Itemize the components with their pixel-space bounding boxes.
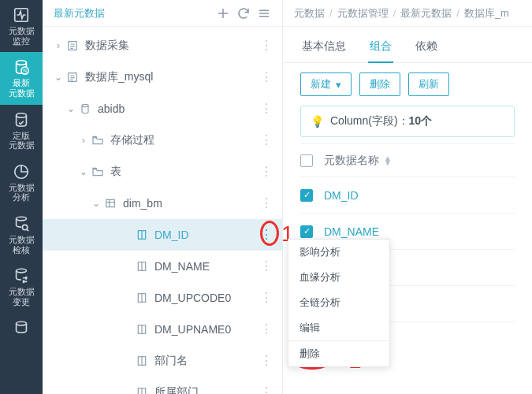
bulb-icon: 💡 bbox=[311, 115, 324, 128]
db-icon bbox=[77, 102, 93, 115]
tab-basic[interactable]: 基本信息 bbox=[300, 33, 348, 62]
tree-header: 最新元数据 bbox=[43, 0, 282, 27]
col-icon bbox=[134, 260, 150, 273]
kebab-icon[interactable]: ⋮ bbox=[257, 103, 276, 114]
rail-item-analysis[interactable]: 元数据分析 bbox=[0, 157, 43, 209]
crumb-item[interactable]: 元数据 bbox=[294, 6, 325, 20]
tree-node-label: dim_bm bbox=[123, 197, 162, 210]
crumb-item[interactable]: 元数据管理 bbox=[337, 6, 389, 20]
tab-compose[interactable]: 组合 bbox=[368, 33, 393, 63]
rail-item-verify[interactable]: 元数据检核 bbox=[0, 209, 43, 261]
ctx-fullchain-analysis[interactable]: 全链分析 bbox=[288, 290, 389, 315]
kebab-icon[interactable]: ⋮ bbox=[257, 261, 276, 272]
tree-node[interactable]: ›数据采集⋮ bbox=[43, 30, 282, 61]
kebab-icon[interactable]: ⋮ bbox=[257, 166, 276, 177]
tree-body: ›数据采集⋮⌄数据库_mysql⋮⌄abidb⋮›存储过程⋮⌄表⋮⌄dim_bm… bbox=[43, 27, 282, 394]
checkbox[interactable]: ✓ bbox=[300, 189, 313, 202]
tree-node[interactable]: DM_UPNAME0⋮ bbox=[43, 314, 282, 345]
list-icon bbox=[65, 39, 80, 52]
tree-node-label: 部门名 bbox=[154, 354, 188, 368]
delete-button[interactable]: 删除 bbox=[359, 72, 400, 96]
rail-label: 元数据分析 bbox=[9, 183, 35, 203]
col-name-header[interactable]: 元数据名称 bbox=[324, 154, 379, 168]
tree-node[interactable]: 所属部门⋮ bbox=[43, 377, 282, 394]
col-icon bbox=[134, 229, 150, 241]
rail-label: 定版元数据 bbox=[9, 131, 35, 151]
breadcrumb: 元数据/ 元数据管理/ 最新元数据/ 数据库_m bbox=[283, 0, 532, 27]
tree-title: 最新元数据 bbox=[54, 6, 105, 20]
tree-node[interactable]: DM_UPCODE0⋮ bbox=[43, 282, 282, 314]
chevron-icon: ⌄ bbox=[77, 166, 90, 177]
table-icon bbox=[102, 197, 118, 210]
svg-text:N: N bbox=[23, 69, 27, 74]
refresh-button[interactable]: 刷新 bbox=[408, 72, 449, 96]
checkbox[interactable]: ✓ bbox=[300, 225, 313, 238]
tree-node[interactable]: ⌄dim_bm⋮ bbox=[43, 188, 282, 219]
kebab-icon[interactable]: ⋮ bbox=[257, 229, 276, 240]
checkbox-all[interactable] bbox=[300, 154, 313, 167]
chevron-down-icon: ▾ bbox=[336, 79, 341, 91]
tree-node[interactable]: ⌄数据库_mysql⋮ bbox=[43, 61, 282, 93]
crumb-item[interactable]: 数据库_m bbox=[464, 6, 509, 20]
rail-item-monitor[interactable]: 元数据监控 bbox=[0, 0, 43, 52]
svg-point-6 bbox=[17, 217, 27, 221]
col-icon bbox=[134, 355, 150, 367]
kebab-icon[interactable]: ⋮ bbox=[257, 40, 276, 51]
rail-item-version[interactable]: 定版元数据 bbox=[0, 105, 43, 157]
db-plus-icon bbox=[13, 320, 30, 337]
pulse-icon bbox=[13, 6, 30, 24]
bars-icon[interactable] bbox=[254, 3, 274, 24]
folder-icon bbox=[90, 134, 106, 147]
db-search-icon bbox=[13, 215, 30, 232]
ctx-lineage-analysis[interactable]: 血缘分析 bbox=[288, 265, 389, 290]
context-menu: 影响分析 血缘分析 全链分析 编辑 删除 bbox=[288, 239, 390, 367]
tree-node[interactable]: ›存储过程⋮ bbox=[43, 125, 282, 156]
refresh-icon[interactable] bbox=[233, 3, 254, 24]
table-header: 元数据名称 ▲▼ bbox=[300, 143, 515, 177]
tree-node-label: 表 bbox=[110, 165, 121, 179]
svg-point-1 bbox=[17, 61, 27, 65]
crumb-item[interactable]: 最新元数据 bbox=[400, 6, 452, 20]
sort-icon[interactable]: ▲▼ bbox=[384, 156, 392, 165]
tree-node-label: 存储过程 bbox=[110, 133, 154, 147]
kebab-icon[interactable]: ⋮ bbox=[257, 292, 276, 303]
rail-label: 元数据检核 bbox=[9, 235, 35, 255]
tree-node[interactable]: ⌄abidb⋮ bbox=[43, 93, 282, 125]
kebab-icon[interactable]: ⋮ bbox=[257, 198, 276, 209]
kebab-icon[interactable]: ⋮ bbox=[257, 355, 276, 366]
db-n-icon: N bbox=[13, 58, 30, 76]
ctx-delete[interactable]: 删除 bbox=[288, 341, 389, 366]
rail-item-more[interactable] bbox=[0, 314, 43, 344]
tab-depend[interactable]: 依赖 bbox=[414, 33, 439, 62]
chevron-icon: ⌄ bbox=[90, 198, 102, 209]
rail-item-change[interactable]: 元数据变更 bbox=[0, 261, 43, 313]
tree-panel: 最新元数据 ›数据采集⋮⌄数据库_mysql⋮⌄abidb⋮›存储过程⋮⌄表⋮⌄… bbox=[43, 0, 283, 394]
chevron-icon: ⌄ bbox=[65, 103, 77, 114]
kebab-icon[interactable]: ⋮ bbox=[257, 135, 276, 146]
tree-node-label: DM_NAME bbox=[154, 260, 210, 273]
row-label: DM_NAME bbox=[324, 225, 379, 238]
svg-point-7 bbox=[22, 225, 27, 230]
tree-node-label: 数据库_mysql bbox=[85, 70, 153, 84]
tree-node[interactable]: DM_NAME⋮ bbox=[43, 251, 282, 282]
kebab-icon[interactable]: ⋮ bbox=[257, 387, 276, 394]
svg-point-12 bbox=[82, 104, 88, 106]
tree-node[interactable]: DM_ID⋮ bbox=[43, 219, 282, 251]
kebab-icon[interactable]: ⋮ bbox=[257, 324, 276, 335]
ctx-edit[interactable]: 编辑 bbox=[288, 315, 389, 340]
db-swap-icon bbox=[13, 267, 30, 284]
tree-node[interactable]: 部门名⋮ bbox=[43, 345, 282, 377]
ctx-impact-analysis[interactable]: 影响分析 bbox=[288, 240, 389, 265]
new-button[interactable]: 新建▾ bbox=[300, 72, 352, 96]
rail-item-latest[interactable]: N 最新元数据 bbox=[0, 52, 43, 104]
plus-icon[interactable] bbox=[213, 3, 233, 24]
rail-label: 最新元数据 bbox=[9, 78, 35, 98]
col-icon bbox=[134, 323, 150, 336]
col-icon bbox=[134, 386, 150, 394]
tree-node[interactable]: ⌄表⋮ bbox=[43, 156, 282, 188]
tree-node-label: 所属部门 bbox=[154, 385, 199, 394]
table-row[interactable]: ✓DM_ID bbox=[300, 177, 515, 213]
tree-node-label: abidb bbox=[98, 102, 125, 115]
kebab-icon[interactable]: ⋮ bbox=[257, 72, 276, 83]
svg-point-4 bbox=[17, 113, 27, 117]
